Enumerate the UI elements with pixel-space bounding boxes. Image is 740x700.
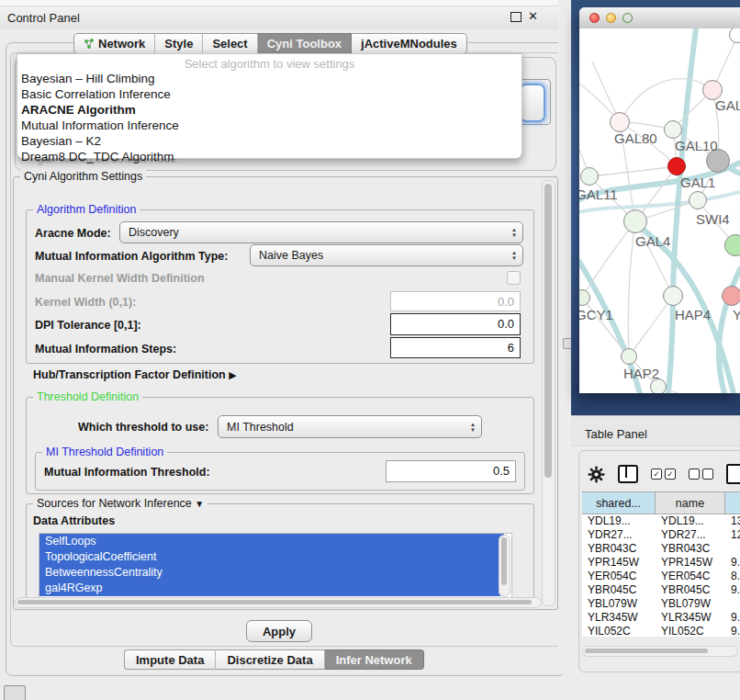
table-row[interactable]: YER054CYER054C8. bbox=[582, 570, 740, 583]
data-attributes-list[interactable]: SelfLoops TopologicalCoefficient Between… bbox=[39, 533, 512, 599]
network-canvas[interactable]: GAL GAL80 GAL10 GAL1 GAL11 SWI4 GAL4 GCY… bbox=[579, 28, 740, 393]
which-threshold-combobox[interactable]: MI Threshold ▲▼ bbox=[218, 415, 482, 438]
table-row[interactable]: YDR27...YDR27...12 bbox=[582, 528, 740, 542]
tab-style[interactable]: Style bbox=[155, 33, 203, 54]
float-window-icon[interactable] bbox=[510, 12, 521, 22]
algorithm-option[interactable]: Mutual Information Inference bbox=[17, 118, 521, 133]
network-node-swi4[interactable] bbox=[689, 191, 707, 209]
network-node-y[interactable] bbox=[722, 286, 740, 306]
network-icon bbox=[84, 39, 95, 50]
network-view-window[interactable]: GAL GAL80 GAL10 GAL1 GAL11 SWI4 GAL4 GCY… bbox=[579, 7, 740, 393]
dpi-tolerance-field[interactable]: 0.0 bbox=[390, 313, 521, 335]
column-header-clipped[interactable] bbox=[725, 492, 740, 514]
close-traffic-light-icon[interactable] bbox=[589, 13, 600, 23]
tab-select[interactable]: Select bbox=[203, 33, 257, 54]
network-node-hap4[interactable] bbox=[663, 286, 683, 306]
table-header-row: shared... name bbox=[582, 492, 740, 514]
sources-group-title: Sources for Network Inference ▼ bbox=[33, 497, 207, 510]
tab-infer-network[interactable]: Infer Network bbox=[325, 649, 424, 670]
tab-cyni-toolbox[interactable]: Cyni Toolbox bbox=[258, 33, 352, 54]
table-row[interactable]: YBR045CYBR045C9. bbox=[582, 583, 740, 597]
network-node-green[interactable] bbox=[724, 234, 740, 256]
attribute-item[interactable]: BetweennessCentrality bbox=[39, 565, 504, 581]
zoom-traffic-light-icon[interactable] bbox=[622, 13, 633, 23]
attribute-item[interactable]: gal4RGexp bbox=[39, 581, 504, 596]
node-label: GAL1 bbox=[680, 175, 715, 190]
algorithm-dropdown-popup: Select algorithm to view settings Bayesi… bbox=[17, 53, 522, 159]
attribute-item[interactable]: TopologicalCoefficient bbox=[39, 549, 504, 565]
mi-threshold-field[interactable]: 0.5 bbox=[386, 460, 516, 482]
settings-hscrollbar-thumb[interactable] bbox=[17, 600, 532, 604]
column-header-shared-name[interactable]: shared... bbox=[582, 492, 656, 514]
settings-hscrollbar[interactable] bbox=[15, 597, 542, 608]
tab-impute-data[interactable]: Impute Data bbox=[124, 649, 216, 670]
hub-definition-expander[interactable]: Hub/Transcription Factor Definition ▶ bbox=[33, 368, 237, 381]
column-header-name[interactable]: name bbox=[656, 492, 725, 514]
aracne-mode-combobox[interactable]: Discovery ▲▼ bbox=[119, 221, 523, 243]
columns-icon[interactable] bbox=[618, 465, 638, 483]
collapsed-triangle-icon: ▶ bbox=[229, 369, 236, 380]
select-all-checks-icon[interactable]: ✓ ✓ bbox=[651, 469, 676, 480]
apply-button[interactable]: Apply bbox=[246, 620, 312, 642]
table-row[interactable]: YDL19...YDL19...13 bbox=[582, 514, 740, 528]
gear-icon[interactable] bbox=[588, 466, 605, 483]
algorithm-placeholder: Select algorithm to view settings bbox=[17, 54, 521, 71]
mi-algorithm-type-combobox[interactable]: Naive Bayes ▲▼ bbox=[250, 244, 523, 266]
deselect-all-icon[interactable] bbox=[689, 469, 713, 480]
mi-steps-field[interactable]: 6 bbox=[390, 337, 521, 358]
tab-jactivemnodules[interactable]: jActiveMNodules bbox=[352, 33, 467, 54]
spinner-icon: ▲▼ bbox=[511, 222, 517, 243]
network-node-gal1-selected[interactable] bbox=[667, 157, 686, 175]
algorithm-option[interactable]: Bayesian – K2 bbox=[17, 133, 521, 149]
table-row[interactable]: YBL079WYBL079W bbox=[582, 597, 740, 611]
network-window-titlebar[interactable] bbox=[579, 7, 740, 29]
close-icon[interactable]: ✕ bbox=[528, 9, 538, 23]
table-row[interactable]: YLR345WYLR345W9. bbox=[582, 611, 740, 625]
manual-kernel-checkbox[interactable] bbox=[507, 271, 521, 285]
tab-discretize-data[interactable]: Discretize Data bbox=[216, 649, 324, 670]
attribute-item[interactable]: SelfLoops bbox=[39, 534, 504, 549]
mi-threshold-group-title: MI Threshold Definition bbox=[42, 446, 167, 458]
bottom-tabbar: Impute Data Discretize Data Infer Networ… bbox=[124, 649, 424, 670]
panel-splitter[interactable] bbox=[558, 0, 571, 674]
tab-network[interactable]: Network bbox=[73, 33, 155, 54]
attributes-scrollbar[interactable] bbox=[499, 535, 510, 597]
node-label: HAP2 bbox=[623, 366, 659, 381]
control-panel-titlebar bbox=[0, 6, 571, 29]
network-node-gal10[interactable] bbox=[664, 120, 682, 139]
algorithm-option[interactable]: Bayesian – Hill Climbing bbox=[17, 71, 521, 86]
table-toolbar: ✓ ✓ bbox=[588, 462, 740, 486]
collapsed-panel-button[interactable] bbox=[4, 685, 26, 700]
table-row[interactable]: YIL052CYIL052C9. bbox=[582, 625, 740, 637]
algorithm-option[interactable]: Dream8 DC_TDC Algorithm bbox=[17, 149, 521, 164]
dpi-tolerance-label: DPI Tolerance [0,1]: bbox=[35, 319, 141, 332]
node-label: GCY1 bbox=[579, 307, 613, 322]
which-threshold-label: Which threshold to use: bbox=[78, 421, 208, 434]
node-label: HAP4 bbox=[675, 307, 711, 322]
threshold-definition-title: Threshold Definition bbox=[33, 390, 142, 403]
algorithm-definition-title: Algorithm Definition bbox=[33, 203, 140, 216]
table-hscrollbar[interactable] bbox=[582, 646, 738, 657]
document-icon[interactable] bbox=[726, 464, 740, 484]
tab-network-label: Network bbox=[98, 37, 145, 51]
settings-scrollbar-thumb[interactable] bbox=[544, 184, 552, 478]
table-row[interactable]: YBR043CYBR043C bbox=[582, 542, 740, 556]
network-node-gal4[interactable] bbox=[623, 209, 647, 233]
algorithm-combobox-button[interactable] bbox=[520, 84, 545, 122]
network-node-gal11[interactable] bbox=[580, 167, 599, 186]
window-top-strip bbox=[0, 0, 571, 6]
settings-scrollbar[interactable] bbox=[542, 180, 555, 606]
attributes-scrollbar-thumb[interactable] bbox=[501, 537, 507, 585]
network-node-gal80[interactable] bbox=[610, 112, 630, 132]
control-panel-title: Control Panel bbox=[7, 11, 80, 25]
kernel-width-field[interactable]: 0.0 bbox=[390, 291, 521, 311]
mi-algorithm-type-label: Mutual Information Algorithm Type: bbox=[35, 250, 228, 263]
spinner-icon: ▲▼ bbox=[511, 245, 517, 265]
table-hscrollbar-thumb[interactable] bbox=[585, 649, 708, 653]
settings-group-title: Cyni Algorithm Settings bbox=[20, 170, 146, 183]
table-row[interactable]: YPR145WYPR145W9. bbox=[582, 556, 740, 570]
algorithm-option[interactable]: Basic Correlation Inference bbox=[17, 86, 521, 102]
minimize-traffic-light-icon[interactable] bbox=[606, 13, 616, 23]
algorithm-option-selected[interactable]: ARACNE Algorithm bbox=[17, 102, 521, 118]
network-node-hap2[interactable] bbox=[621, 348, 637, 365]
